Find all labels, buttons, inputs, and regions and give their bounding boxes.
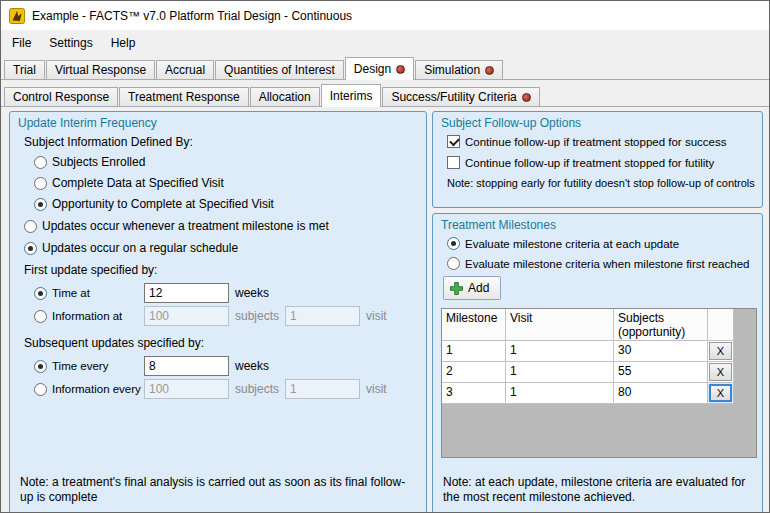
radio-button[interactable] <box>34 383 47 396</box>
radio-button[interactable] <box>24 220 37 233</box>
checkbox-label: Continue follow-up if treatment stopped … <box>465 157 714 169</box>
time-unit-label: weeks <box>235 286 269 300</box>
radio-label: Evaluate milestone criteria at each upda… <box>465 238 679 250</box>
visit-unit-label: visit <box>366 309 387 323</box>
cell-actions: X <box>708 383 734 404</box>
radio-label: Complete Data at Specified Visit <box>52 176 224 190</box>
tab-label: Allocation <box>259 90 311 104</box>
radio-button[interactable] <box>447 257 460 270</box>
radio-time-at[interactable]: Time at <box>34 287 138 300</box>
time-every-row: Time every weeks <box>34 356 426 376</box>
radio-button[interactable] <box>34 156 47 169</box>
tab-control-response[interactable]: Control Response <box>4 87 118 106</box>
subsequent-update-time-input[interactable] <box>144 356 229 376</box>
table-row: 3 1 80 X <box>442 383 756 404</box>
radio-label: Updates occur on a regular schedule <box>42 241 238 255</box>
radio-button[interactable] <box>34 310 47 323</box>
radio-opportunity-to-complete[interactable]: Opportunity to Complete at Specified Vis… <box>34 197 426 211</box>
tab-design[interactable]: Design <box>345 57 414 80</box>
panel-note: Note: a treatment's final analysis is ca… <box>20 475 414 506</box>
checkbox[interactable] <box>447 156 460 169</box>
tab-quantities-of-interest[interactable]: Quantities of Interest <box>215 60 344 79</box>
app-icon <box>9 8 25 24</box>
defined-by-label: Subject Information Defined By: <box>24 135 426 149</box>
tab-label: Success/Futility Criteria <box>391 90 516 104</box>
tab-simulation[interactable]: Simulation <box>415 60 503 79</box>
tab-label: Virtual Response <box>55 63 146 77</box>
cell-actions: X <box>708 362 734 383</box>
radio-button[interactable] <box>34 198 47 211</box>
radio-evaluate-first-reached[interactable]: Evaluate milestone criteria when milesto… <box>447 257 762 270</box>
tab-accrual[interactable]: Accrual <box>156 60 214 79</box>
cell-subjects[interactable]: 80 <box>614 383 708 404</box>
radio-complete-data[interactable]: Complete Data at Specified Visit <box>34 176 426 190</box>
radio-button[interactable] <box>447 237 460 250</box>
col-header-actions <box>708 309 734 341</box>
cell-visit[interactable]: 1 <box>506 362 614 383</box>
subjects-unit-label: subjects <box>235 382 279 396</box>
first-update-visit-input <box>285 306 360 326</box>
first-update-time-input[interactable] <box>144 283 229 303</box>
subsequent-update-visit-input <box>285 379 360 399</box>
tab-success-futility-criteria[interactable]: Success/Futility Criteria <box>382 87 539 106</box>
delete-row-button[interactable]: X <box>709 342 732 360</box>
cell-actions: X <box>708 341 734 362</box>
menu-help[interactable]: Help <box>102 32 145 54</box>
tab-virtual-response[interactable]: Virtual Response <box>46 60 155 79</box>
table-header-row: Milestone Visit Subjects (opportunity) <box>442 309 756 341</box>
update-interim-frequency-panel: Update Interim Frequency Subject Informa… <box>9 111 427 513</box>
radio-button[interactable] <box>24 242 37 255</box>
tab-interims[interactable]: Interims <box>321 84 382 107</box>
radio-evaluate-each-update[interactable]: Evaluate milestone criteria at each upda… <box>447 237 762 250</box>
radio-subjects-enrolled[interactable]: Subjects Enrolled <box>34 155 426 169</box>
tab-label: Quantities of Interest <box>224 63 335 77</box>
time-at-row: Time at weeks <box>34 283 426 303</box>
time-unit-label: weeks <box>235 359 269 373</box>
cell-visit[interactable]: 1 <box>506 341 614 362</box>
radio-label: Updates occur whenever a treatment miles… <box>42 219 329 233</box>
tab-label: Interims <box>330 89 373 103</box>
checkbox-continue-success[interactable]: Continue follow-up if treatment stopped … <box>447 135 762 148</box>
checkbox[interactable] <box>447 135 460 148</box>
radio-label: Information at <box>52 310 122 322</box>
subject-follow-up-options-panel: Subject Follow-up Options Continue follo… <box>432 111 763 208</box>
radio-button[interactable] <box>34 360 47 373</box>
panel-title: Treatment Milestones <box>433 214 762 235</box>
tab-status-icon <box>396 65 405 74</box>
radio-label: Time every <box>52 360 108 372</box>
panel-title: Update Interim Frequency <box>10 112 426 133</box>
information-at-row: Information at subjects visit <box>34 306 426 326</box>
table-row: 1 1 30 X <box>442 341 756 362</box>
cell-milestone[interactable]: 1 <box>442 341 506 362</box>
add-milestone-button[interactable]: Add <box>443 276 501 300</box>
radio-information-every[interactable]: Information every <box>34 383 138 396</box>
cell-visit[interactable]: 1 <box>506 383 614 404</box>
cell-subjects[interactable]: 55 <box>614 362 708 383</box>
radio-button[interactable] <box>34 177 47 190</box>
cell-milestone[interactable]: 2 <box>442 362 506 383</box>
menu-file[interactable]: File <box>3 32 40 54</box>
checkbox-continue-futility[interactable]: Continue follow-up if treatment stopped … <box>447 156 762 169</box>
radio-updates-on-milestone[interactable]: Updates occur whenever a treatment miles… <box>24 219 426 233</box>
radio-time-every[interactable]: Time every <box>34 360 138 373</box>
delete-row-button[interactable]: X <box>709 363 732 381</box>
radio-information-at[interactable]: Information at <box>34 310 138 323</box>
tab-status-icon <box>522 93 531 102</box>
design-sub-tab-strip: Control Response Treatment Response Allo… <box>1 83 769 107</box>
tab-treatment-response[interactable]: Treatment Response <box>119 87 249 106</box>
radio-label: Subjects Enrolled <box>52 155 145 169</box>
cell-milestone[interactable]: 3 <box>442 383 506 404</box>
tab-trial[interactable]: Trial <box>4 60 45 79</box>
menu-settings[interactable]: Settings <box>40 32 101 54</box>
checkbox-label: Continue follow-up if treatment stopped … <box>465 136 726 148</box>
delete-row-button[interactable]: X <box>709 384 732 402</box>
subsequent-updates-label: Subsequent updates specified by: <box>24 336 426 350</box>
tab-allocation[interactable]: Allocation <box>250 87 320 106</box>
tab-label: Trial <box>13 63 36 77</box>
tab-status-icon <box>485 66 494 75</box>
cell-subjects[interactable]: 30 <box>614 341 708 362</box>
radio-button[interactable] <box>34 287 47 300</box>
col-header-subjects: Subjects (opportunity) <box>614 309 708 341</box>
radio-updates-regular-schedule[interactable]: Updates occur on a regular schedule <box>24 241 426 255</box>
radio-label: Information every <box>52 383 141 395</box>
